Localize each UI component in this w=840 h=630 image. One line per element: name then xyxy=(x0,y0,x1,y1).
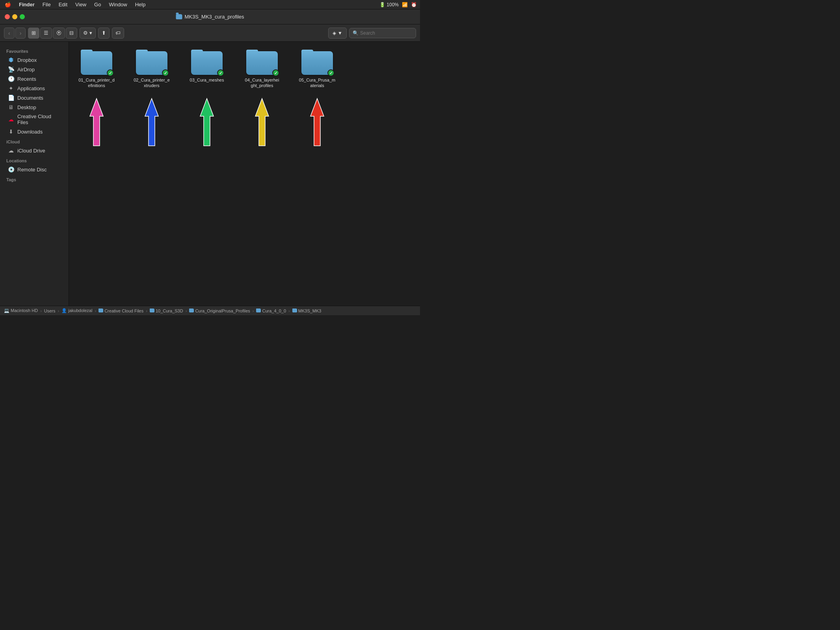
gallery-view-button[interactable]: ⊟ xyxy=(66,28,77,39)
icloud-icon: ☁ xyxy=(8,147,14,154)
close-button[interactable] xyxy=(5,14,10,19)
sidebar-item-airdrop[interactable]: 📡 AirDrop xyxy=(2,65,67,74)
crumb-0[interactable]: 💻 Macintosh HD xyxy=(4,308,38,313)
sidebar-label-creative-cloud: Creative Cloud Files xyxy=(17,113,61,125)
sidebar-label-dropbox: Dropbox xyxy=(17,57,37,63)
folder-name-3: 04_Cura_layerheight_profiles xyxy=(245,77,279,89)
search-input[interactable] xyxy=(360,30,413,36)
icloud-header: iCloud xyxy=(0,136,69,146)
sidebar-item-desktop[interactable]: 🖥 Desktop xyxy=(2,102,67,112)
arrow-item-4 xyxy=(297,97,337,148)
battery-status: 🔋 100% xyxy=(379,2,399,7)
crumb-6[interactable]: Cura_4_0_0 xyxy=(256,308,286,313)
sync-badge-0: ✓ xyxy=(107,69,114,76)
finder-menu[interactable]: Finder xyxy=(17,2,36,7)
list-view-button[interactable]: ☰ xyxy=(40,28,52,39)
folder-icon-1: ✓ xyxy=(136,50,167,75)
main-layout: Favourites Dropbox 📡 AirDrop 🕐 Recents ✦… xyxy=(0,42,420,306)
sidebar: Favourites Dropbox 📡 AirDrop 🕐 Recents ✦… xyxy=(0,42,69,306)
folder-item-2[interactable]: ✓ 03_Cura_meshes xyxy=(187,50,227,83)
arrow-svg-4 xyxy=(307,97,327,148)
documents-icon: 📄 xyxy=(8,95,14,101)
window-menu[interactable]: Window xyxy=(107,2,128,7)
svg-marker-3 xyxy=(90,98,103,146)
folder-item-1[interactable]: ✓ 02_Cura_printer_extruders xyxy=(132,50,171,89)
wifi-icon: 📶 xyxy=(402,2,408,7)
sidebar-item-documents[interactable]: 📄 Documents xyxy=(2,93,67,102)
edit-menu[interactable]: Edit xyxy=(57,2,69,7)
sidebar-item-downloads[interactable]: ⬇ Downloads xyxy=(2,127,67,136)
sidebar-item-applications[interactable]: ✦ Applications xyxy=(2,84,67,93)
svg-marker-5 xyxy=(200,98,214,146)
title-folder-icon xyxy=(176,14,182,19)
view-menu[interactable]: View xyxy=(74,2,88,7)
title-text: MK3S_MK3_cura_profiles xyxy=(184,14,244,20)
sidebar-item-creative-cloud[interactable]: ☁ Creative Cloud Files xyxy=(2,112,67,127)
folder-icon-0: ✓ xyxy=(81,50,112,75)
svg-marker-7 xyxy=(310,98,324,146)
sort-button[interactable]: ⚙ ▾ xyxy=(80,28,96,39)
finder-window: MK3S_MK3_cura_profiles ‹ › ⊞ ☰ ⦿ ⊟ ⚙ ▾ ⬆… xyxy=(0,9,420,315)
menu-bar-right: 🔋 100% 📶 ⏰ xyxy=(379,2,417,7)
folder-item-4[interactable]: ✓ 05_Cura_Prusa_materials xyxy=(297,50,337,89)
sidebar-label-applications: Applications xyxy=(17,85,45,91)
arrow-svg-2 xyxy=(197,97,217,148)
folder-icon-4: ✓ xyxy=(301,50,333,75)
recents-icon: 🕐 xyxy=(8,76,14,82)
sidebar-item-icloud-drive[interactable]: ☁ iCloud Drive xyxy=(2,146,67,155)
file-grid-folders: ✓ 01_Cura_printer_definitions ✓ 02_Cura_… xyxy=(77,50,412,89)
window-title: MK3S_MK3_cura_profiles xyxy=(176,14,244,20)
crumb-4[interactable]: 10_Cura_S3D xyxy=(150,308,183,313)
go-menu[interactable]: Go xyxy=(93,2,102,7)
arrow-item-2 xyxy=(187,97,227,148)
file-menu[interactable]: File xyxy=(41,2,52,7)
crumb-3[interactable]: Creative Cloud Files xyxy=(98,308,143,313)
menu-bar: 🍎 Finder File Edit View Go Window Help 🔋… xyxy=(0,0,420,9)
back-button[interactable]: ‹ xyxy=(4,28,15,39)
folder-item-0[interactable]: ✓ 01_Cura_printer_definitions xyxy=(77,50,116,89)
crumb-2[interactable]: 👤 jakubdolezal xyxy=(61,308,92,313)
sidebar-label-downloads: Downloads xyxy=(17,129,43,135)
icon-view-button[interactable]: ⊞ xyxy=(28,28,39,39)
dropbox-toolbar-button[interactable]: ◈ ▼ xyxy=(328,28,347,39)
minimize-button[interactable] xyxy=(12,14,17,19)
sidebar-item-recents[interactable]: 🕐 Recents xyxy=(2,74,67,84)
sort-buttons: ⚙ ▾ xyxy=(80,28,96,39)
sidebar-item-dropbox[interactable]: Dropbox xyxy=(2,55,67,65)
arrow-svg-3 xyxy=(252,97,272,148)
airdrop-icon: 📡 xyxy=(8,66,14,72)
status-bar: 💻 Macintosh HD › Users › 👤 jakubdolezal … xyxy=(0,306,420,315)
folder-icon-2: ✓ xyxy=(191,50,223,75)
clock: ⏰ xyxy=(411,2,417,7)
search-icon: 🔍 xyxy=(353,30,359,36)
traffic-lights xyxy=(5,14,25,19)
folder-name-0: 01_Cura_printer_definitions xyxy=(78,77,115,89)
share-button[interactable]: ⬆ xyxy=(98,28,110,39)
arrow-item-3 xyxy=(242,97,282,148)
dropbox-label: ▼ xyxy=(338,30,342,36)
dropbox-icon: ◈ xyxy=(333,30,336,36)
folder-item-3[interactable]: ✓ 04_Cura_layerheight_profiles xyxy=(242,50,282,89)
favourites-header: Favourites xyxy=(0,46,69,55)
tag-button[interactable]: 🏷 xyxy=(112,28,124,39)
folder-name-1: 02_Cura_printer_extruders xyxy=(134,77,170,89)
help-menu[interactable]: Help xyxy=(134,2,147,7)
tags-header: Tags xyxy=(0,174,69,184)
crumb-7[interactable]: MK3S_MK3 xyxy=(292,308,322,313)
crumb-5[interactable]: Cura_OriginalPrusa_Profiles xyxy=(189,308,250,313)
maximize-button[interactable] xyxy=(20,14,25,19)
sidebar-item-remote-disc[interactable]: 💿 Remote Disc xyxy=(2,165,67,174)
apple-menu[interactable]: 🍎 xyxy=(3,2,13,7)
folder-name-4: 05_Cura_Prusa_materials xyxy=(299,77,335,89)
column-view-button[interactable]: ⦿ xyxy=(53,28,65,39)
svg-marker-6 xyxy=(255,98,269,146)
toolbar: ‹ › ⊞ ☰ ⦿ ⊟ ⚙ ▾ ⬆ 🏷 ◈ ▼ 🔍 xyxy=(0,24,420,42)
forward-button[interactable]: › xyxy=(15,28,26,39)
search-box[interactable]: 🔍 xyxy=(349,28,416,38)
disc-icon: 💿 xyxy=(8,166,14,173)
content-area: ✓ 01_Cura_printer_definitions ✓ 02_Cura_… xyxy=(69,42,420,306)
folder-name-2: 03_Cura_meshes xyxy=(190,77,224,83)
sidebar-label-recents: Recents xyxy=(17,76,36,82)
sidebar-label-documents: Documents xyxy=(17,95,43,101)
crumb-1[interactable]: Users xyxy=(44,308,56,313)
